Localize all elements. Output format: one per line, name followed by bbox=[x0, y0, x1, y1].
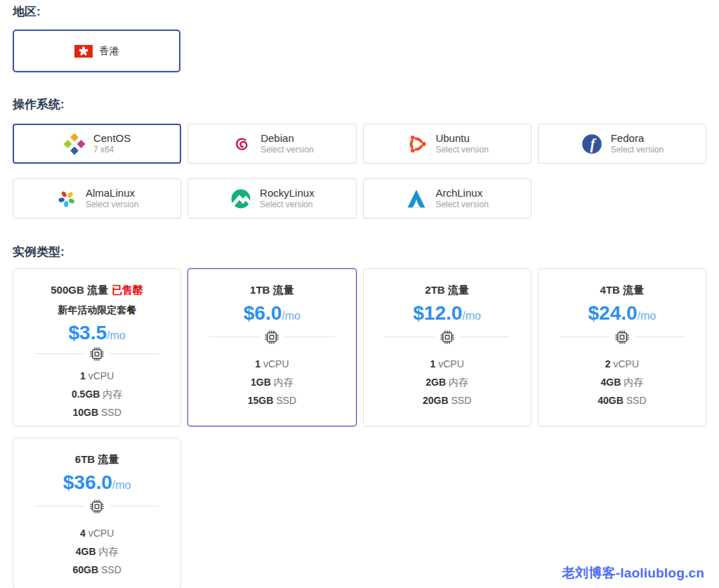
os-card-centos[interactable]: CentOS 7 x64 bbox=[13, 124, 181, 164]
os-name: RockyLinux bbox=[260, 187, 315, 199]
plans-grid: 500GB 流量已售罄 新年活动限定套餐 $3.5/mo 1 vCPU 0.5G… bbox=[13, 268, 706, 588]
plan-title: 4TB 流量 bbox=[539, 284, 706, 297]
os-card-almalinux[interactable]: AlmaLinux Select version bbox=[13, 178, 181, 218]
cpu-chip-icon bbox=[259, 330, 284, 344]
os-card-ubuntu[interactable]: Ubuntu Select version bbox=[363, 124, 532, 164]
plan-price: $6.0/mo bbox=[188, 302, 355, 325]
ubuntu-icon bbox=[405, 133, 428, 155]
plan-price: $3.5/mo bbox=[13, 322, 180, 344]
os-version: Select version bbox=[435, 145, 488, 155]
os-name: Ubuntu bbox=[435, 132, 488, 144]
os-card-archlinux[interactable]: ArchLinux Select version bbox=[363, 178, 532, 218]
os-name: Debian bbox=[260, 132, 313, 144]
plan-price: $36.0/mo bbox=[13, 471, 180, 494]
plan-spec-ssd: 20GB SSD bbox=[364, 396, 531, 405]
plan-spec-ram: 4GB 内存 bbox=[13, 547, 180, 556]
os-version: Select version bbox=[435, 200, 488, 210]
plan-spec-cpu: 1 vCPU bbox=[188, 359, 355, 369]
plan-spec-ram: 4GB 内存 bbox=[539, 377, 706, 387]
centos-icon bbox=[63, 133, 86, 155]
plan-divider bbox=[560, 337, 685, 337]
plan-spec-cpu: 1 vCPU bbox=[13, 371, 180, 381]
cpu-chip-icon bbox=[84, 499, 110, 514]
debian-icon bbox=[230, 133, 253, 155]
site-watermark: 老刘博客-laoliublog.cn bbox=[562, 564, 704, 582]
region-label: 香港 bbox=[100, 45, 119, 58]
cpu-chip-icon bbox=[84, 347, 110, 361]
plan-price: $24.0/mo bbox=[539, 302, 706, 325]
os-version: Select version bbox=[260, 200, 315, 210]
os-grid: CentOS 7 x64 Debian Select version bbox=[13, 124, 706, 218]
os-version: Select version bbox=[260, 145, 313, 155]
cpu-chip-icon bbox=[609, 330, 635, 344]
plan-title: 6TB 流量 bbox=[13, 453, 180, 466]
os-card-fedora[interactable]: f Fedora Select version bbox=[538, 124, 706, 164]
sold-out-badge: 已售罄 bbox=[112, 284, 143, 296]
plan-card-6tb[interactable]: 6TB 流量 $36.0/mo 4 vCPU 4GB 内存 60GB SSD bbox=[13, 438, 181, 588]
cpu-chip-icon bbox=[435, 330, 460, 344]
plan-title: 500GB 流量已售罄 bbox=[13, 284, 180, 297]
plan-spec-ram: 2GB 内存 bbox=[364, 377, 531, 387]
plan-card-4tb[interactable]: 4TB 流量 $24.0/mo 2 vCPU 4GB 内存 40GB SSD bbox=[538, 268, 706, 426]
plan-spec-cpu: 2 vCPU bbox=[539, 359, 706, 369]
almalinux-icon bbox=[55, 188, 78, 210]
plan-spec-ssd: 60GB SSD bbox=[13, 565, 180, 575]
plans-heading: 实例类型: bbox=[13, 244, 706, 260]
os-card-rockylinux[interactable]: RockyLinux Select version bbox=[187, 178, 356, 218]
plan-price: $12.0/mo bbox=[364, 302, 531, 325]
plan-spec-ssd: 15GB SSD bbox=[188, 396, 355, 405]
region-heading: 地区: bbox=[13, 4, 706, 20]
region-card-hongkong[interactable]: 香港 bbox=[13, 30, 180, 72]
plan-spec-ssd: 40GB SSD bbox=[539, 396, 706, 405]
rockylinux-icon bbox=[230, 188, 252, 210]
plan-spec-cpu: 1 vCPU bbox=[364, 359, 531, 369]
order-page: 地区: 香港 操作系统: bbox=[0, 0, 719, 588]
plan-card-1tb[interactable]: 1TB 流量 $6.0/mo 1 vCPU 1GB 内存 15GB SSD bbox=[187, 268, 356, 426]
plan-divider bbox=[385, 337, 510, 337]
plan-spec-ram: 0.5GB 内存 bbox=[13, 389, 180, 399]
plan-divider bbox=[209, 337, 334, 337]
plan-title: 2TB 流量 bbox=[364, 284, 531, 297]
plan-spec-cpu: 4 vCPU bbox=[13, 528, 180, 538]
plan-divider bbox=[34, 353, 159, 354]
os-version: Select version bbox=[611, 145, 664, 155]
plan-card-500gb[interactable]: 500GB 流量已售罄 新年活动限定套餐 $3.5/mo 1 vCPU 0.5G… bbox=[13, 268, 181, 426]
plan-divider bbox=[34, 506, 159, 507]
plan-card-2tb[interactable]: 2TB 流量 $12.0/mo 1 vCPU 2GB 内存 20GB SSD bbox=[363, 268, 532, 426]
os-version: Select version bbox=[86, 200, 138, 210]
plan-title: 1TB 流量 bbox=[188, 284, 355, 297]
hong-kong-flag-icon bbox=[74, 45, 93, 58]
plan-spec-ssd: 10GB SSD bbox=[13, 407, 180, 417]
os-name: ArchLinux bbox=[435, 187, 488, 199]
os-version: 7 x64 bbox=[93, 145, 131, 155]
fedora-icon: f bbox=[581, 133, 603, 155]
plan-subtitle: 新年活动限定套餐 bbox=[13, 304, 180, 317]
os-card-debian[interactable]: Debian Select version bbox=[187, 124, 356, 164]
archlinux-icon bbox=[405, 188, 428, 210]
os-name: AlmaLinux bbox=[86, 187, 138, 199]
os-heading: 操作系统: bbox=[13, 97, 706, 112]
os-name: Fedora bbox=[611, 132, 664, 144]
plan-spec-ram: 1GB 内存 bbox=[188, 377, 355, 387]
os-name: CentOS bbox=[93, 132, 131, 144]
